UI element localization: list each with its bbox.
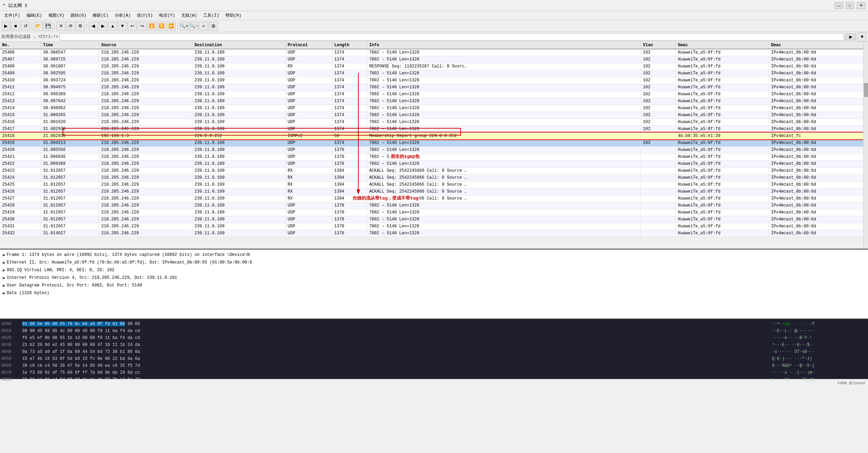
table-row[interactable]: 2542631.012657218.205.246.229239.11.0.10…	[0, 188, 868, 195]
table-row[interactable]: 2542231.009388218.205.246.229239.11.0.10…	[0, 160, 868, 167]
table-row[interactable]: 2542731.012657218.205.246.229239.11.0.10…	[0, 195, 868, 202]
hex-offsets: 0000 0010 0020 0030 0040 0050 0060 0070 …	[0, 319, 21, 379]
table-cell: 7002 → 5140 Len=1328	[367, 105, 641, 112]
table-row[interactable]: 2540930.992595218.205.246.229239.11.0.10…	[0, 70, 868, 77]
detail-line-3[interactable]: ▶ 802.1Q Virtual LAN, PRI: 4, DEI: 0, ID…	[1, 266, 867, 274]
expand-icon-3[interactable]: ▶	[3, 268, 5, 273]
table-row[interactable]: 2542531.012657218.205.246.229239.11.0.10…	[0, 181, 868, 188]
menu-wireless[interactable]: 无线(W)	[178, 12, 200, 19]
filter-input[interactable]	[59, 33, 844, 41]
table-cell: 1374	[332, 63, 367, 70]
table-row[interactable]: 2541430.998962218.205.246.229239.11.0.10…	[0, 105, 868, 112]
minimize-button[interactable]: —	[835, 2, 843, 9]
toolbar-resize[interactable]: ⊞	[209, 22, 218, 31]
table-row[interactable]: 2540830.991097218.205.246.229239.11.0.10…	[0, 63, 868, 70]
table-cell: IPv4mcast_0b:00:6d	[769, 56, 868, 63]
menu-phone[interactable]: 电话(Y)	[156, 12, 178, 19]
detail-line-2[interactable]: ▶ Ethernet II, Src: HuaweiTe_a5:0f:fd (7…	[1, 259, 867, 266]
table-row[interactable]: 2542331.012657218.205.246.229239.11.0.10…	[0, 167, 868, 174]
close-button[interactable]: ✕	[857, 2, 865, 9]
table-cell: HuaweiTe_a5:0f:fd	[676, 77, 769, 84]
table-cell: HuaweiTe_a5:0f:fd	[676, 174, 769, 181]
table-cell	[641, 153, 676, 160]
toolbar-return[interactable]: ↩	[128, 22, 137, 31]
menu-edit[interactable]: 编辑(E)	[24, 12, 45, 19]
table-cell: IPv4mcast_0b:00:6d	[769, 98, 868, 105]
table-cell: 192.168.1.3	[99, 132, 192, 139]
col-header-info: Info	[367, 42, 641, 49]
table-row[interactable]: 2542431.012657218.205.246.229239.11.0.10…	[0, 174, 868, 181]
table-cell: 25419	[0, 139, 41, 146]
table-row[interactable]: 2542131.006836218.205.246.229239.11.0.10…	[0, 153, 868, 160]
table-cell: HuaweiTe_a5:0f:fd	[676, 49, 769, 56]
toolbar-back[interactable]: ◀	[89, 22, 98, 31]
toolbar-prefs[interactable]: ⚙	[76, 22, 85, 31]
toolbar-reload[interactable]: ⟳	[66, 22, 75, 31]
scrollbar-thumb[interactable]	[864, 83, 868, 97]
toolbar-step-out[interactable]: ⏬	[157, 22, 166, 31]
table-cell: IPv4mcast_0b:00:6d	[769, 167, 868, 174]
toolbar-close[interactable]: ✕	[56, 22, 65, 31]
table-row[interactable]: 2540630.988547218.205.246.229239.11.0.10…	[0, 49, 868, 56]
toolbar-step-over[interactable]: ⏫	[147, 22, 156, 31]
expand-icon-6[interactable]: ▶	[3, 291, 5, 296]
toolbar-zoom-in[interactable]: 🔍+	[180, 22, 189, 31]
table-row[interactable]: 2541030.993724218.205.246.229239.11.0.10…	[0, 77, 868, 84]
toolbar-forward[interactable]: ▶	[98, 22, 107, 31]
table-cell: RX	[285, 174, 332, 181]
toolbar-restart[interactable]: ↺	[21, 22, 30, 31]
table-row[interactable]: 2541531.000265218.205.246.229239.11.0.10…	[0, 112, 868, 119]
table-row[interactable]: 2543131.012657218.205.246.229239.11.0.10…	[0, 223, 868, 230]
toolbar-start[interactable]: ▶	[1, 22, 10, 31]
menu-view[interactable]: 视图(V)	[46, 12, 67, 19]
toolbar-open[interactable]: 📂	[34, 22, 43, 31]
table-row[interactable]: 2543031.012657218.205.246.229239.11.0.10…	[0, 216, 868, 223]
table-row[interactable]: 2541731.002930218.205.246.229239.11.0.10…	[0, 126, 868, 132]
toolbar-up[interactable]: ▲	[108, 22, 117, 31]
toolbar-zoom-reset[interactable]: =	[199, 22, 208, 31]
menu-tools[interactable]: 工具(I)	[200, 12, 222, 19]
table-row[interactable]: 2541931.004213218.205.246.229239.11.0.10…	[0, 139, 868, 146]
table-row[interactable]: 2543231.014827218.205.246.229239.11.0.10…	[0, 230, 868, 237]
table-row[interactable]: 2542931.012657218.205.246.229239.11.0.10…	[0, 209, 868, 216]
toolbar-continue[interactable]: ↪	[137, 22, 146, 31]
menu-jump[interactable]: 跳转(G)	[68, 12, 89, 19]
table-row[interactable]: 2540730.989725218.205.246.229239.11.0.10…	[0, 56, 868, 63]
menu-capture[interactable]: 捕获(C)	[90, 12, 111, 19]
expand-icon-2[interactable]: ▶	[3, 260, 5, 265]
table-row[interactable]: 2541330.997642218.205.246.229239.11.0.10…	[0, 98, 868, 105]
table-cell: 7002 → 5140 Len=1328	[367, 49, 641, 56]
packet-scrollbar[interactable]	[863, 42, 868, 249]
toolbar-zoom-out[interactable]: 🔍−	[189, 22, 198, 31]
toolbar-down[interactable]: ▼	[118, 22, 127, 31]
table-row[interactable]: 2541831.002930192.168.1.3224.0.0.252IGMP…	[0, 132, 868, 139]
expand-icon-5[interactable]: ▶	[3, 283, 5, 288]
table-row[interactable]: 2541130.994975218.205.246.229239.11.0.10…	[0, 84, 868, 91]
table-cell: 25414	[0, 105, 41, 112]
menu-help[interactable]: 帮助(H)	[223, 12, 244, 19]
menu-file[interactable]: 文件(F)	[1, 12, 23, 19]
table-cell: 1374	[332, 84, 367, 91]
filter-dropdown[interactable]: ▼	[858, 32, 867, 41]
menu-analyze[interactable]: 分析(A)	[112, 12, 134, 19]
table-row[interactable]: 2542031.005556218.205.246.229239.11.0.10…	[0, 146, 868, 153]
maximize-button[interactable]: □	[846, 2, 854, 9]
detail-line-4[interactable]: ▶ Internet Protocol Version 4, Src: 218.…	[1, 274, 867, 282]
toolbar-stop[interactable]: ■	[11, 22, 20, 31]
table-cell: 239.11.0.109	[192, 181, 285, 188]
table-row[interactable]: 2541230.996309218.205.246.229239.11.0.10…	[0, 91, 868, 98]
toolbar-step-into[interactable]: ⏩	[167, 22, 176, 31]
expand-icon-4[interactable]: ▶	[3, 275, 5, 281]
expand-icon-1[interactable]: ▶	[3, 252, 5, 258]
table-row[interactable]: 2541631.001620218.205.246.229239.11.0.10…	[0, 119, 868, 126]
toolbar-save[interactable]: 💾	[43, 22, 53, 31]
detail-line-5[interactable]: ▶ User Datagram Protocol, Src Port: 6982…	[1, 282, 867, 289]
menu-stats[interactable]: 统计(S)	[134, 12, 156, 19]
filter-apply-button[interactable]: ▶	[845, 33, 856, 40]
table-row[interactable]: 2542831.012657218.205.246.229239.11.0.10…	[0, 202, 868, 209]
detail-line-6[interactable]: ▶ Data (1328 bytes)	[1, 289, 867, 297]
table-cell	[641, 160, 676, 167]
detail-line-1[interactable]: ▶ Frame 1: 1374 bytes on wire (10992 bit…	[1, 251, 867, 259]
table-cell	[641, 223, 676, 230]
table-cell: 25420	[0, 146, 41, 153]
